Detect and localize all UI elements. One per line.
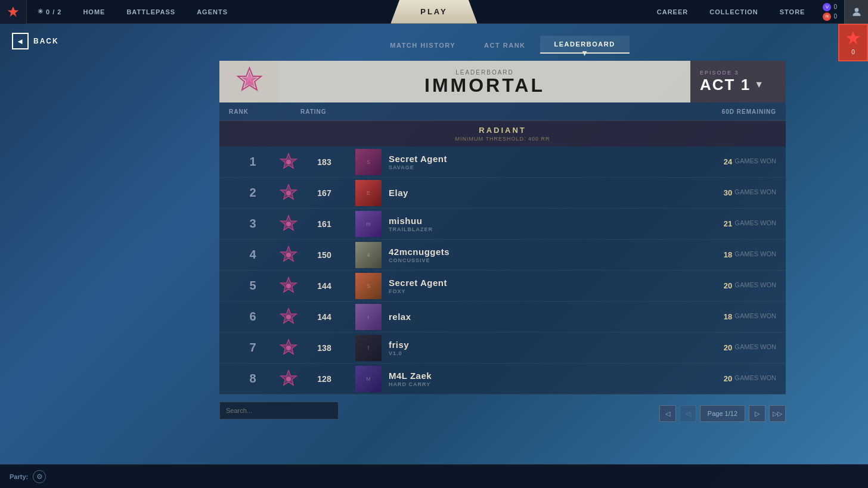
games-won-count: 18 <box>724 312 732 321</box>
rank-number: 3 <box>229 217 277 231</box>
back-arrow-icon: ◂ <box>12 33 29 49</box>
nav-item-collection[interactable]: COLLECTION <box>699 0 769 24</box>
table-row[interactable]: 5 144 S Secret Agent FOXY 20 GAMES WON <box>219 271 786 301</box>
rating: 150 <box>300 250 348 260</box>
player-tagline: V1.0 <box>389 350 724 356</box>
header-act-section[interactable]: EPISODE 3 ACT 1 ▼ <box>690 61 786 102</box>
games-won-count: 20 <box>724 343 732 352</box>
rank-number: 6 <box>229 310 277 324</box>
last-page-button[interactable]: ▷▷ <box>769 405 786 422</box>
games-won-label: GAMES WON <box>734 312 776 321</box>
search-input[interactable] <box>219 402 339 419</box>
nav-right: CAREER COLLECTION STORE V 0 R 0 <box>646 0 868 24</box>
tab-act-rank[interactable]: ACT RANK <box>470 37 540 54</box>
rating: 144 <box>300 281 348 291</box>
nav-item-home[interactable]: HOME <box>72 0 116 24</box>
player-tagline: TRAILBLAZER <box>389 226 724 232</box>
nav-center: PLAY <box>390 0 477 24</box>
games-won-label: GAMES WON <box>734 188 776 197</box>
table-row[interactable]: 7 138 f frisy V1.0 20 GAMES WON <box>219 332 786 363</box>
rating: 144 <box>300 312 348 322</box>
games-won-label: GAMES WON <box>734 281 776 290</box>
games-won: 20 GAMES WON <box>724 374 776 383</box>
svg-point-12 <box>286 191 291 195</box>
table-row[interactable]: 8 128 M M4L Zaek HARD CARRY 20 GAMES WON <box>219 363 786 394</box>
games-won: 18 GAMES WON <box>724 250 776 259</box>
name-section: M4L Zaek HARD CARRY <box>389 371 724 387</box>
name-section: frisy V1.0 <box>389 340 724 356</box>
name-section: mishuu TRAILBLAZER <box>389 216 724 232</box>
vp-icon: V <box>823 3 831 11</box>
table-headers: RANK RATING 60d REMAINING <box>219 102 786 120</box>
games-won-count: 20 <box>724 374 732 383</box>
bottom-search-area: ◁ ◁ Page 1/12 ▷ ▷▷ <box>219 399 786 422</box>
svg-point-9 <box>286 160 291 164</box>
rank-icon <box>277 274 300 298</box>
nav-snowflake[interactable]: ✳ 0 / 2 <box>27 0 72 24</box>
prev-page-button[interactable]: ◁ <box>659 405 676 422</box>
table-row[interactable]: 6 144 r relax 18 GAMES WON <box>219 301 786 332</box>
nav-item-store[interactable]: STORE <box>769 0 816 24</box>
th-rating: RATING <box>277 108 348 115</box>
player-name: Secret Agent <box>389 278 724 288</box>
player-tagline: FOXY <box>389 288 724 294</box>
nav-item-battlepass[interactable]: BATTLEPASS <box>116 0 186 24</box>
svg-point-18 <box>286 253 291 257</box>
top-nav: ✳ 0 / 2 HOME BATTLEPASS AGENTS PLAY CARE… <box>0 0 868 24</box>
header-title-section: LEADERBOARD IMMORTAL <box>279 61 690 102</box>
player-tagline: SAVAGE <box>389 164 724 170</box>
rating: 161 <box>300 219 348 229</box>
leaderboard-container: LEADERBOARD IMMORTAL EPISODE 3 ACT 1 ▼ R… <box>219 61 786 394</box>
nav-item-career[interactable]: CAREER <box>646 0 699 24</box>
games-won-count: 18 <box>724 250 732 259</box>
header-rank-icon <box>219 61 279 102</box>
radiant-title: RADIANT <box>224 126 781 135</box>
rp-amount: 0 <box>833 13 837 20</box>
bottom-bar: Party: ⚙ <box>0 464 868 488</box>
rank-icon <box>277 336 300 360</box>
snowflake-count: 0 / 2 <box>46 8 61 15</box>
player-name: 42mcnuggets <box>389 247 724 257</box>
party-label: Party: <box>10 473 28 480</box>
next-page-button[interactable]: ▷ <box>749 405 765 422</box>
table-row[interactable]: 4 150 4 42mcnuggets CONCUSSIVE 18 GAMES … <box>219 240 786 271</box>
nav-item-agents[interactable]: AGENTS <box>186 0 238 24</box>
nav-logo[interactable] <box>0 0 27 24</box>
avatar: r <box>355 304 382 330</box>
games-won-label: GAMES WON <box>734 157 776 166</box>
party-settings-icon[interactable]: ⚙ <box>33 470 46 483</box>
table-row[interactable]: 1 183 S Secret Agent SAVAGE 24 GAMES WON <box>219 147 786 178</box>
games-won-label: GAMES WON <box>734 343 776 352</box>
games-won-count: 21 <box>724 219 732 228</box>
rank-number: 8 <box>229 372 277 386</box>
page-info: Page 1/12 <box>700 405 745 422</box>
svg-point-30 <box>286 377 291 381</box>
tab-match-history[interactable]: MATCH HISTORY <box>376 37 470 54</box>
currency-rp: R 0 <box>823 13 837 21</box>
nav-profile-icon[interactable] <box>844 0 868 24</box>
avatar: S <box>355 273 382 299</box>
player-name: frisy <box>389 340 724 350</box>
rank-icon <box>277 212 300 236</box>
tab-leaderboard[interactable]: LEADERBOARD <box>540 36 630 54</box>
prev-page-button-2[interactable]: ◁ <box>680 405 696 422</box>
svg-point-24 <box>286 315 291 319</box>
rating: 183 <box>300 157 348 167</box>
leaderboard-table: 1 183 S Secret Agent SAVAGE 24 GAMES WON <box>219 147 786 394</box>
act-dropdown-icon: ▼ <box>754 79 765 90</box>
name-section: 42mcnuggets CONCUSSIVE <box>389 247 724 263</box>
games-won-label: GAMES WON <box>734 374 776 383</box>
table-row[interactable]: 2 167 E Elay 30 GAMES WON <box>219 178 786 209</box>
rank-number: 5 <box>229 279 277 293</box>
nav-play-button[interactable]: PLAY <box>390 0 477 24</box>
back-button[interactable]: ◂ BACK <box>12 33 59 49</box>
games-won-label: GAMES WON <box>734 219 776 228</box>
snowflake-icon: ✳ <box>38 8 44 15</box>
leaderboard-rank-name: IMMORTAL <box>424 76 545 95</box>
games-won: 18 GAMES WON <box>724 312 776 321</box>
tabs: MATCH HISTORY ACT RANK LEADERBOARD <box>376 36 629 54</box>
avatar: E <box>355 180 382 206</box>
act-name: ACT 1 ▼ <box>700 76 765 94</box>
table-row[interactable]: 3 161 m mishuu TRAILBLAZER 21 GAMES WON <box>219 209 786 240</box>
radiant-header: RADIANT MINIMUM THRESHOLD: 400 RR <box>219 120 786 147</box>
